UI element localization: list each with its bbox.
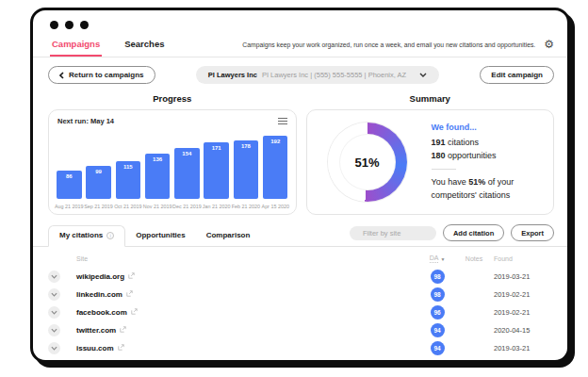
- window-titlebar: [33, 10, 567, 32]
- site-name[interactable]: issuu.com: [76, 344, 114, 352]
- da-badge: 98: [431, 270, 445, 284]
- bar-value: 86: [66, 173, 73, 199]
- column-notes: Notes: [466, 255, 482, 262]
- tab-searches[interactable]: Searches: [124, 35, 164, 57]
- table-row: issuu.com 94 2019-03-21: [48, 339, 552, 357]
- gear-icon[interactable]: ⚙: [544, 39, 554, 50]
- tab-comparison[interactable]: Comparison: [196, 226, 261, 246]
- da-badge: 96: [431, 305, 445, 320]
- site-name[interactable]: facebook.com: [76, 308, 127, 317]
- citations-tabbar: My citations i Opportunities Comparison …: [33, 215, 567, 247]
- competitor-citations-line: You have 51% of your competitors' citati…: [432, 176, 549, 203]
- site-name[interactable]: wikipedia.org: [76, 272, 124, 281]
- external-link-icon[interactable]: [120, 326, 126, 335]
- chart-menu-icon[interactable]: [278, 118, 287, 126]
- app-window: Campaigns Searches Campaigns keep your w…: [30, 8, 570, 363]
- bar-value: 99: [95, 169, 102, 199]
- progress-bar[interactable]: 178: [234, 140, 259, 199]
- summary-donut-chart: 51%: [328, 123, 407, 202]
- progress-card: Next run: May 14 86Aug 21 2019 99Sep 21 …: [48, 109, 297, 215]
- bar-value: 192: [270, 139, 280, 199]
- bar-category-label: Aug 21 2019: [55, 204, 84, 209]
- window-dot-icon[interactable]: [50, 21, 58, 29]
- filter-search-box[interactable]: [350, 226, 436, 240]
- found-date: 2019-02-21: [494, 290, 552, 299]
- progress-bar[interactable]: 99: [86, 166, 111, 199]
- row-expand-button[interactable]: [48, 306, 60, 319]
- window-dot-icon[interactable]: [65, 21, 74, 29]
- row-expand-button[interactable]: [48, 270, 60, 283]
- chevron-down-icon: [51, 274, 57, 279]
- row-expand-button[interactable]: [48, 288, 60, 301]
- found-date: 2019-03-21: [494, 344, 552, 352]
- tab-label: My citations: [59, 231, 103, 239]
- da-badge: 94: [431, 341, 445, 355]
- table-header-row: Site DA▼ Notes Found: [48, 247, 552, 268]
- window-dot-icon[interactable]: [80, 21, 89, 29]
- table-row: linkedin.com 98 2019-02-21: [48, 286, 552, 303]
- chevron-down-icon: [51, 346, 57, 351]
- filter-by-site-input[interactable]: [363, 229, 429, 238]
- progress-section-title: Progress: [48, 93, 297, 104]
- donut-center-label: 51%: [354, 156, 379, 170]
- row-expand-button[interactable]: [48, 324, 60, 336]
- bar-category-label: Apr 15 2020: [262, 204, 289, 209]
- progress-bar[interactable]: 115: [116, 161, 141, 199]
- table-row: twitter.com 94 2020-04-15: [48, 321, 552, 339]
- sort-desc-icon: ▼: [440, 256, 445, 262]
- next-run-label: Next run: May 14: [57, 117, 114, 125]
- edit-campaign-button[interactable]: Edit campaign: [480, 66, 554, 84]
- found-date: 2019-02-21: [494, 308, 552, 317]
- campaign-name: PI Lawyers Inc: [208, 71, 257, 79]
- progress-bar-chart: 86Aug 21 2019 99Sep 21 2019 115Oct 21 20…: [57, 133, 288, 199]
- top-nav: Campaigns Searches Campaigns keep your w…: [33, 32, 567, 57]
- summary-section-title: Summary: [306, 93, 555, 104]
- column-da[interactable]: DA▼: [430, 254, 446, 263]
- tab-opportunities[interactable]: Opportunities: [125, 226, 195, 246]
- campaign-select[interactable]: PI Lawyers Inc PI Lawyers Inc | (555) 55…: [196, 66, 439, 84]
- found-date: 2019-03-21: [494, 272, 552, 281]
- chevron-down-icon: [51, 328, 57, 333]
- return-to-campaigns-button[interactable]: Return to campaigns: [48, 66, 155, 84]
- row-expand-button[interactable]: [48, 342, 60, 354]
- progress-bar[interactable]: 171: [204, 142, 229, 199]
- info-icon[interactable]: i: [106, 232, 114, 239]
- bar-category-label: Jan 21 2020: [203, 204, 231, 209]
- external-link-icon[interactable]: [128, 272, 135, 281]
- external-link-icon[interactable]: [126, 290, 133, 299]
- tab-campaigns[interactable]: Campaigns: [50, 35, 102, 57]
- citations-table: Site DA▼ Notes Found wikipedia.org 98 20…: [33, 247, 567, 357]
- table-row: wikipedia.org 98 2019-03-21: [48, 268, 552, 286]
- da-badge: 94: [431, 323, 445, 337]
- chevron-down-icon: [419, 73, 427, 77]
- progress-bar[interactable]: 192: [263, 136, 288, 199]
- chevron-down-icon: [51, 310, 57, 315]
- campaign-details: PI Lawyers Inc | (555) 555-5555 | Phoeni…: [262, 71, 406, 79]
- site-name[interactable]: linkedin.com: [76, 290, 122, 299]
- progress-bar[interactable]: 86: [57, 171, 82, 199]
- opportunities-count-line: 180 opportunities: [432, 150, 549, 163]
- citations-count-line: 191 citations: [432, 137, 549, 150]
- bar-value: 115: [123, 164, 133, 199]
- return-button-label: Return to campaigns: [69, 71, 144, 79]
- summary-card: 51% We found... 191 citations 180 opport…: [306, 109, 555, 215]
- bar-value: 178: [241, 143, 251, 199]
- table-row: facebook.com 96 2019-02-21: [48, 303, 552, 321]
- bar-category-label: Sep 21 2019: [84, 204, 113, 209]
- campaign-toolbar: Return to campaigns PI Lawyers Inc PI La…: [33, 57, 567, 91]
- progress-bar[interactable]: 136: [145, 154, 171, 199]
- da-badge: 98: [431, 287, 445, 302]
- summary-divider: [432, 169, 456, 170]
- add-citation-button[interactable]: Add citation: [443, 224, 504, 241]
- bar-category-label: Dec 21 2019: [172, 204, 202, 209]
- export-button[interactable]: Export: [511, 224, 554, 241]
- progress-bar[interactable]: 154: [174, 148, 200, 199]
- chevron-left-icon: [59, 72, 64, 79]
- nav-help-text: Campaigns keep your work organized, run …: [242, 41, 535, 48]
- site-name[interactable]: twitter.com: [76, 326, 116, 335]
- external-link-icon[interactable]: [118, 344, 124, 352]
- bar-category-label: Feb 21 2020: [232, 204, 260, 209]
- edit-button-label: Edit campaign: [491, 71, 543, 79]
- tab-my-citations[interactable]: My citations i: [48, 225, 125, 247]
- external-link-icon[interactable]: [131, 308, 138, 317]
